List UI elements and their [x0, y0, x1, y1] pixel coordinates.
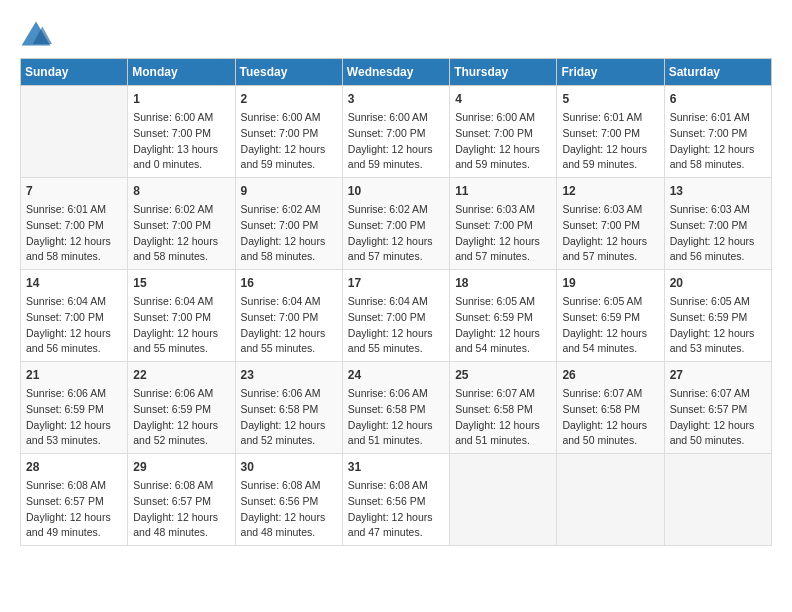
calendar-cell — [557, 454, 664, 546]
calendar-cell: 21Sunrise: 6:06 AM Sunset: 6:59 PM Dayli… — [21, 362, 128, 454]
day-number: 28 — [26, 458, 122, 476]
day-number: 6 — [670, 90, 766, 108]
week-row-0: 1Sunrise: 6:00 AM Sunset: 7:00 PM Daylig… — [21, 86, 772, 178]
day-number: 4 — [455, 90, 551, 108]
day-info: Sunrise: 6:07 AM Sunset: 6:57 PM Dayligh… — [670, 386, 766, 449]
day-number: 5 — [562, 90, 658, 108]
calendar-cell: 31Sunrise: 6:08 AM Sunset: 6:56 PM Dayli… — [342, 454, 449, 546]
day-number: 25 — [455, 366, 551, 384]
calendar-cell: 22Sunrise: 6:06 AM Sunset: 6:59 PM Dayli… — [128, 362, 235, 454]
day-number: 8 — [133, 182, 229, 200]
day-info: Sunrise: 6:04 AM Sunset: 7:00 PM Dayligh… — [348, 294, 444, 357]
calendar-cell: 4Sunrise: 6:00 AM Sunset: 7:00 PM Daylig… — [450, 86, 557, 178]
calendar-cell — [450, 454, 557, 546]
week-row-4: 28Sunrise: 6:08 AM Sunset: 6:57 PM Dayli… — [21, 454, 772, 546]
calendar-cell: 5Sunrise: 6:01 AM Sunset: 7:00 PM Daylig… — [557, 86, 664, 178]
day-info: Sunrise: 6:05 AM Sunset: 6:59 PM Dayligh… — [670, 294, 766, 357]
day-info: Sunrise: 6:04 AM Sunset: 7:00 PM Dayligh… — [26, 294, 122, 357]
day-info: Sunrise: 6:06 AM Sunset: 6:59 PM Dayligh… — [133, 386, 229, 449]
calendar-cell: 9Sunrise: 6:02 AM Sunset: 7:00 PM Daylig… — [235, 178, 342, 270]
day-number: 20 — [670, 274, 766, 292]
day-number: 17 — [348, 274, 444, 292]
col-header-friday: Friday — [557, 59, 664, 86]
logo-icon — [20, 20, 52, 48]
calendar-cell: 8Sunrise: 6:02 AM Sunset: 7:00 PM Daylig… — [128, 178, 235, 270]
day-number: 2 — [241, 90, 337, 108]
calendar-cell: 10Sunrise: 6:02 AM Sunset: 7:00 PM Dayli… — [342, 178, 449, 270]
calendar-cell: 30Sunrise: 6:08 AM Sunset: 6:56 PM Dayli… — [235, 454, 342, 546]
calendar-cell: 23Sunrise: 6:06 AM Sunset: 6:58 PM Dayli… — [235, 362, 342, 454]
day-info: Sunrise: 6:07 AM Sunset: 6:58 PM Dayligh… — [562, 386, 658, 449]
day-number: 9 — [241, 182, 337, 200]
day-number: 27 — [670, 366, 766, 384]
col-header-wednesday: Wednesday — [342, 59, 449, 86]
calendar-cell: 29Sunrise: 6:08 AM Sunset: 6:57 PM Dayli… — [128, 454, 235, 546]
day-number: 1 — [133, 90, 229, 108]
calendar-cell: 3Sunrise: 6:00 AM Sunset: 7:00 PM Daylig… — [342, 86, 449, 178]
calendar-cell: 7Sunrise: 6:01 AM Sunset: 7:00 PM Daylig… — [21, 178, 128, 270]
logo — [20, 20, 56, 48]
day-info: Sunrise: 6:08 AM Sunset: 6:56 PM Dayligh… — [241, 478, 337, 541]
calendar-cell: 18Sunrise: 6:05 AM Sunset: 6:59 PM Dayli… — [450, 270, 557, 362]
calendar-cell: 17Sunrise: 6:04 AM Sunset: 7:00 PM Dayli… — [342, 270, 449, 362]
page-header — [20, 20, 772, 48]
day-info: Sunrise: 6:00 AM Sunset: 7:00 PM Dayligh… — [455, 110, 551, 173]
header-row: SundayMondayTuesdayWednesdayThursdayFrid… — [21, 59, 772, 86]
calendar-cell: 12Sunrise: 6:03 AM Sunset: 7:00 PM Dayli… — [557, 178, 664, 270]
col-header-saturday: Saturday — [664, 59, 771, 86]
day-number: 11 — [455, 182, 551, 200]
calendar-cell: 15Sunrise: 6:04 AM Sunset: 7:00 PM Dayli… — [128, 270, 235, 362]
col-header-monday: Monday — [128, 59, 235, 86]
day-info: Sunrise: 6:03 AM Sunset: 7:00 PM Dayligh… — [562, 202, 658, 265]
calendar-table: SundayMondayTuesdayWednesdayThursdayFrid… — [20, 58, 772, 546]
day-number: 24 — [348, 366, 444, 384]
day-number: 16 — [241, 274, 337, 292]
calendar-cell — [664, 454, 771, 546]
calendar-cell — [21, 86, 128, 178]
day-number: 3 — [348, 90, 444, 108]
day-info: Sunrise: 6:03 AM Sunset: 7:00 PM Dayligh… — [455, 202, 551, 265]
day-number: 14 — [26, 274, 122, 292]
col-header-thursday: Thursday — [450, 59, 557, 86]
day-info: Sunrise: 6:06 AM Sunset: 6:59 PM Dayligh… — [26, 386, 122, 449]
col-header-tuesday: Tuesday — [235, 59, 342, 86]
day-number: 21 — [26, 366, 122, 384]
day-number: 29 — [133, 458, 229, 476]
day-info: Sunrise: 6:01 AM Sunset: 7:00 PM Dayligh… — [26, 202, 122, 265]
day-info: Sunrise: 6:08 AM Sunset: 6:57 PM Dayligh… — [133, 478, 229, 541]
day-info: Sunrise: 6:00 AM Sunset: 7:00 PM Dayligh… — [348, 110, 444, 173]
day-number: 18 — [455, 274, 551, 292]
day-info: Sunrise: 6:03 AM Sunset: 7:00 PM Dayligh… — [670, 202, 766, 265]
calendar-cell: 2Sunrise: 6:00 AM Sunset: 7:00 PM Daylig… — [235, 86, 342, 178]
col-header-sunday: Sunday — [21, 59, 128, 86]
day-info: Sunrise: 6:06 AM Sunset: 6:58 PM Dayligh… — [348, 386, 444, 449]
calendar-cell: 14Sunrise: 6:04 AM Sunset: 7:00 PM Dayli… — [21, 270, 128, 362]
day-info: Sunrise: 6:00 AM Sunset: 7:00 PM Dayligh… — [241, 110, 337, 173]
week-row-2: 14Sunrise: 6:04 AM Sunset: 7:00 PM Dayli… — [21, 270, 772, 362]
day-number: 7 — [26, 182, 122, 200]
day-info: Sunrise: 6:04 AM Sunset: 7:00 PM Dayligh… — [241, 294, 337, 357]
calendar-cell: 13Sunrise: 6:03 AM Sunset: 7:00 PM Dayli… — [664, 178, 771, 270]
day-info: Sunrise: 6:06 AM Sunset: 6:58 PM Dayligh… — [241, 386, 337, 449]
calendar-cell: 28Sunrise: 6:08 AM Sunset: 6:57 PM Dayli… — [21, 454, 128, 546]
day-number: 22 — [133, 366, 229, 384]
day-number: 13 — [670, 182, 766, 200]
day-number: 31 — [348, 458, 444, 476]
day-number: 10 — [348, 182, 444, 200]
calendar-cell: 25Sunrise: 6:07 AM Sunset: 6:58 PM Dayli… — [450, 362, 557, 454]
day-info: Sunrise: 6:05 AM Sunset: 6:59 PM Dayligh… — [562, 294, 658, 357]
calendar-cell: 20Sunrise: 6:05 AM Sunset: 6:59 PM Dayli… — [664, 270, 771, 362]
calendar-body: 1Sunrise: 6:00 AM Sunset: 7:00 PM Daylig… — [21, 86, 772, 546]
calendar-cell: 27Sunrise: 6:07 AM Sunset: 6:57 PM Dayli… — [664, 362, 771, 454]
day-info: Sunrise: 6:00 AM Sunset: 7:00 PM Dayligh… — [133, 110, 229, 173]
day-info: Sunrise: 6:01 AM Sunset: 7:00 PM Dayligh… — [562, 110, 658, 173]
day-number: 19 — [562, 274, 658, 292]
calendar-cell: 16Sunrise: 6:04 AM Sunset: 7:00 PM Dayli… — [235, 270, 342, 362]
day-info: Sunrise: 6:01 AM Sunset: 7:00 PM Dayligh… — [670, 110, 766, 173]
calendar-cell: 6Sunrise: 6:01 AM Sunset: 7:00 PM Daylig… — [664, 86, 771, 178]
day-info: Sunrise: 6:07 AM Sunset: 6:58 PM Dayligh… — [455, 386, 551, 449]
day-info: Sunrise: 6:08 AM Sunset: 6:57 PM Dayligh… — [26, 478, 122, 541]
day-number: 26 — [562, 366, 658, 384]
calendar-cell: 24Sunrise: 6:06 AM Sunset: 6:58 PM Dayli… — [342, 362, 449, 454]
day-number: 15 — [133, 274, 229, 292]
